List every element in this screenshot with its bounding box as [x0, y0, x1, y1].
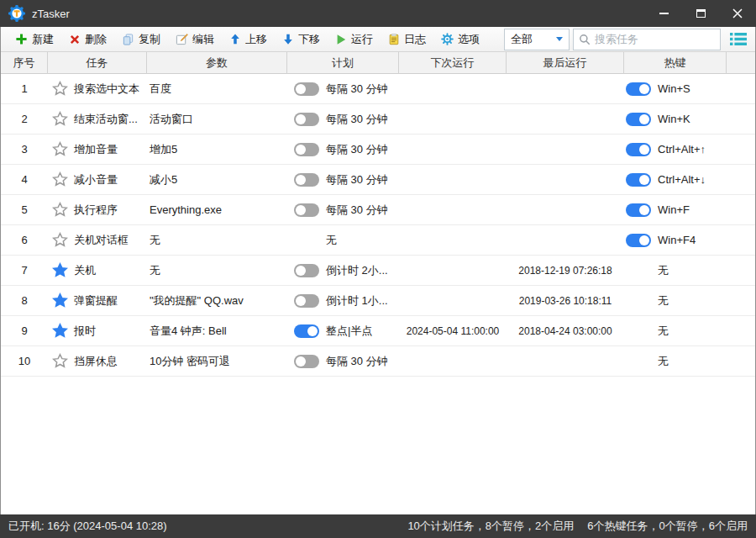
delete-task-button[interactable]: 删除 [61, 29, 114, 50]
row-number: 9 [1, 316, 48, 345]
schedule-toggle[interactable] [294, 143, 319, 156]
next-run [399, 286, 507, 315]
schedule-label: 每隔 30 分钟 [326, 354, 388, 369]
schedule-toggle[interactable] [294, 324, 319, 338]
task-name: 关机对话框 [74, 233, 129, 248]
close-button[interactable] [719, 0, 756, 27]
gear-icon [441, 33, 454, 45]
arrow-up-icon [229, 33, 241, 45]
schedule-toggle[interactable] [294, 203, 319, 217]
star-icon[interactable] [52, 293, 68, 309]
play-icon [335, 34, 347, 45]
edit-task-button[interactable]: 编辑 [168, 29, 222, 50]
star-icon[interactable] [52, 232, 68, 248]
hotkey-task-summary: 6个热键任务，0个暂停，6个启用 [587, 519, 748, 534]
table-row[interactable]: 10 挡屏休息 10分钟 密码可退 每隔 30 分钟 无 [1, 346, 755, 377]
table-row[interactable]: 6 关机对话框 无 无 Win+F4 [1, 225, 755, 256]
options-button[interactable]: 选项 [433, 29, 487, 50]
table-row[interactable]: 7 关机 无 倒计时 2小... 2018-12-19 07:26:18 无 [1, 256, 755, 286]
table-row[interactable]: 3 增加音量 增加5 每隔 30 分钟 Ctrl+Alt+↑ [1, 134, 755, 165]
toolbar: 新建 删除 复制 编辑 [1, 27, 755, 52]
star-icon[interactable] [52, 323, 68, 339]
minimize-button[interactable] [645, 0, 682, 27]
schedule-toggle[interactable] [294, 264, 319, 277]
last-run [507, 165, 624, 194]
star-icon[interactable] [52, 171, 68, 187]
list-view-button[interactable] [728, 29, 748, 50]
hotkey-toggle[interactable] [626, 203, 651, 217]
header-index[interactable]: 序号 [1, 52, 48, 74]
hotkey-toggle[interactable] [626, 143, 651, 156]
header-schedule[interactable]: 计划 [287, 52, 399, 74]
header-next-run[interactable]: 下次运行 [399, 52, 507, 74]
header-task[interactable]: 任务 [48, 52, 147, 74]
schedule-label: 每隔 30 分钟 [326, 142, 388, 157]
schedule-toggle[interactable] [294, 294, 319, 308]
search-input[interactable] [595, 33, 715, 45]
task-param: 无 [147, 225, 287, 255]
filter-value: 全部 [511, 32, 533, 47]
schedule-toggle[interactable] [294, 82, 319, 96]
star-icon[interactable] [52, 141, 68, 157]
header-hotkey[interactable]: 热键 [624, 52, 727, 74]
row-number: 6 [1, 225, 48, 255]
last-run [507, 104, 624, 134]
table-row[interactable]: 1 搜索选中文本 百度 每隔 30 分钟 Win+S [1, 74, 755, 104]
task-param: Everything.exe [147, 195, 287, 224]
run-task-button[interactable]: 运行 [328, 29, 381, 50]
hotkey-label: Win+S [658, 82, 690, 95]
table-row[interactable]: 5 执行程序 Everything.exe 每隔 30 分钟 Win+F [1, 195, 755, 225]
next-run [399, 346, 507, 376]
app-window: zTasker 新建 删除 [0, 0, 756, 538]
filter-dropdown[interactable]: 全部 [504, 29, 570, 50]
schedule-label: 倒计时 2小... [326, 263, 388, 278]
run-task-label: 运行 [351, 32, 373, 47]
star-icon[interactable] [52, 202, 68, 218]
hotkey-toggle[interactable] [626, 113, 651, 126]
copy-task-button[interactable]: 复制 [114, 29, 168, 50]
row-number: 7 [1, 256, 48, 285]
log-button[interactable]: 日志 [381, 29, 433, 50]
move-down-button[interactable]: 下移 [275, 29, 328, 50]
new-task-button[interactable]: 新建 [8, 29, 61, 50]
hotkey-toggle[interactable] [626, 82, 651, 96]
schedule-toggle[interactable] [294, 355, 319, 368]
last-run [507, 134, 624, 164]
header-last-run[interactable]: 最后运行 [507, 52, 624, 74]
table-row[interactable]: 8 弹窗提醒 "我的提醒" QQ.wav 倒计时 1小... 2019-03-2… [1, 286, 755, 316]
chevron-down-icon [556, 37, 563, 41]
task-name: 执行程序 [74, 203, 118, 218]
next-run [399, 74, 507, 103]
schedule-toggle[interactable] [294, 113, 319, 126]
task-name: 挡屏休息 [74, 354, 118, 369]
maximize-button[interactable] [682, 0, 719, 27]
schedule-toggle[interactable] [294, 173, 319, 187]
next-run [399, 165, 507, 194]
task-name: 搜索选中文本 [74, 82, 139, 97]
window-frame: 新建 删除 复制 编辑 [0, 27, 756, 514]
copy-task-label: 复制 [139, 32, 160, 47]
header-filler [727, 52, 755, 74]
task-param: 音量4 钟声: Bell [147, 316, 287, 345]
hotkey-toggle[interactable] [626, 173, 651, 187]
hotkey-label: 无 [658, 293, 669, 309]
star-icon[interactable] [52, 262, 68, 278]
header-param[interactable]: 参数 [147, 52, 287, 74]
hotkey-toggle[interactable] [626, 234, 651, 247]
delete-task-label: 删除 [85, 32, 107, 47]
table-row[interactable]: 9 报时 音量4 钟声: Bell 整点|半点 2024-05-04 11:00… [1, 316, 755, 346]
task-name: 结束活动窗... [74, 112, 138, 127]
move-up-button[interactable]: 上移 [222, 29, 275, 50]
table-row[interactable]: 4 减小音量 减小5 每隔 30 分钟 Ctrl+Alt+↓ [1, 165, 755, 195]
row-number: 5 [1, 195, 48, 224]
table-row[interactable]: 2 结束活动窗... 活动窗口 每隔 30 分钟 Win+K [1, 104, 755, 134]
next-run [399, 104, 507, 134]
schedule-label: 每隔 30 分钟 [326, 82, 388, 97]
row-number: 4 [1, 165, 48, 194]
star-icon[interactable] [52, 81, 68, 97]
next-run [399, 134, 507, 164]
star-icon[interactable] [52, 111, 68, 127]
task-name: 增加音量 [74, 142, 118, 157]
task-param: 无 [147, 256, 287, 285]
star-icon[interactable] [52, 353, 68, 369]
